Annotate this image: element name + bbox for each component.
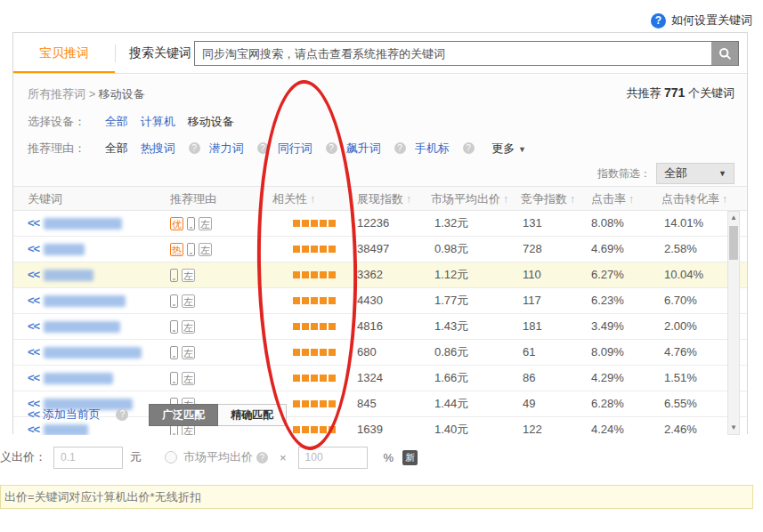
market-price-help-icon[interactable]: ? [256, 452, 268, 463]
dropdown-arrow-icon: ▼ [718, 169, 726, 178]
broad-match-button[interactable]: 广泛匹配 [149, 404, 218, 426]
table-row[interactable]: <<优左122361.32元1318.08%14.01% [13, 211, 747, 237]
index-filter-dropdown[interactable]: 全部 ▼ [656, 163, 735, 184]
breadcrumb: 所有推荐词 > 移动设备 [28, 85, 145, 103]
reason-option[interactable]: 全部 [105, 141, 128, 155]
add-keyword-icon[interactable]: << [28, 211, 39, 236]
relevance-bar-icon [320, 323, 327, 330]
competition-cell: 728 [523, 237, 542, 262]
breadcrumb-current: 移动设备 [99, 87, 145, 101]
sort-arrow-icon[interactable]: ↑ [629, 193, 634, 206]
redacted-keyword [44, 295, 126, 307]
reason-option[interactable]: 飙升词 [346, 141, 381, 155]
sort-arrow-icon[interactable]: ↑ [570, 193, 575, 206]
cvr-cell: 2.58% [664, 237, 697, 262]
add-keyword-icon[interactable]: << [28, 340, 39, 365]
left-position-badge: 左 [182, 294, 195, 308]
sort-arrow-icon[interactable]: ↑ [503, 193, 508, 206]
bid-unit-label: 元 [130, 449, 142, 465]
mobile-icon [170, 346, 178, 359]
column-header[interactable]: 展现指数↑ [357, 187, 411, 211]
reason-option-help-icon[interactable]: ? [189, 142, 200, 154]
redacted-keyword [44, 424, 88, 436]
add-keyword-icon[interactable]: << [28, 262, 39, 287]
add-current-page-link[interactable]: << 添加当前页 ? [28, 407, 128, 423]
search-button[interactable] [711, 42, 738, 65]
column-header[interactable]: 点击率↑ [591, 187, 634, 211]
reason-option-help-icon[interactable]: ? [326, 142, 337, 154]
competition-cell: 110 [523, 262, 541, 287]
reason-option[interactable]: 潜力词 [209, 141, 244, 155]
reason-filter-label: 推荐理由： [28, 141, 85, 155]
table-row[interactable]: <<热左384970.98元7284.69%2.58% [13, 237, 747, 262]
add-keyword-icon[interactable]: << [28, 366, 39, 391]
relevance-bar-icon [293, 297, 300, 304]
reason-option-help-icon[interactable]: ? [463, 142, 475, 154]
keyword-tool-page: ? 如何设置关键词 宝贝推词 搜索关键词 所有推荐词 > 移 [0, 0, 763, 532]
relevance-rating [293, 417, 336, 435]
relevance-bar-icon [302, 323, 309, 330]
left-position-badge: 左 [199, 217, 212, 230]
more-filters-toggle[interactable]: 更多 ▼ [491, 141, 526, 155]
index-filter: 指数筛选： 全部 ▼ [597, 163, 735, 184]
scroll-down-icon[interactable]: ▼ [728, 422, 739, 434]
column-header[interactable]: 相关性↑ [272, 187, 315, 211]
add-page-help-icon[interactable]: ? [116, 408, 128, 421]
ctr-cell: 8.08% [591, 211, 624, 236]
reason-cell: 左 [170, 366, 195, 391]
percent-sign: % [384, 451, 394, 464]
relevance-bar-icon [329, 375, 336, 382]
relevance-bar-icon [302, 220, 309, 227]
sort-arrow-icon[interactable]: ↑ [722, 193, 727, 206]
relevance-bar-icon [311, 297, 318, 304]
scrollbar-thumb[interactable] [729, 226, 738, 260]
add-keyword-icon[interactable]: << [28, 237, 39, 262]
tab-item-recommend[interactable]: 宝贝推词 [13, 33, 115, 73]
reason-option[interactable]: 手机标 [415, 141, 450, 155]
sort-arrow-icon[interactable]: ↑ [406, 193, 411, 206]
add-keyword-icon[interactable]: << [28, 314, 39, 339]
device-filter-row: 选择设备： 全部计算机移动设备 [28, 113, 247, 131]
keyword-cell: << [28, 314, 120, 339]
percent-input[interactable] [298, 447, 368, 469]
sort-arrow-icon[interactable]: ↑ [310, 193, 315, 206]
bid-amount-input[interactable] [53, 447, 123, 469]
scroll-up-icon[interactable]: ▲ [728, 212, 739, 224]
table-row[interactable]: <<左44301.77元1176.23%6.70% [13, 288, 747, 314]
exact-match-button[interactable]: 精确匹配 [218, 404, 287, 426]
table-row[interactable]: <<左48161.43元1813.49%2.00% [13, 314, 747, 340]
how-to-set-keywords-link[interactable]: ? 如何设置关键词 [651, 12, 752, 28]
column-header[interactable]: 竞争指数↑ [521, 187, 575, 211]
reason-cell: 左 [170, 314, 195, 339]
reason-option-help-icon[interactable]: ? [394, 142, 406, 154]
relevance-bar-icon [320, 220, 327, 227]
impressions-cell: 12236 [357, 211, 389, 236]
table-row[interactable]: <<左6800.86元618.09%4.76% [13, 340, 747, 366]
mobile-icon [170, 269, 178, 282]
table-row[interactable]: <<左33621.12元1106.27%10.04% [13, 262, 747, 288]
column-header[interactable]: 市场平均出价↑ [431, 187, 508, 211]
keyword-search-input[interactable] [195, 42, 711, 65]
market-price-radio[interactable] [165, 451, 177, 463]
index-filter-value: 全部 [664, 165, 687, 181]
device-option[interactable]: 移动设备 [188, 115, 234, 128]
relevance-bar-icon [320, 297, 327, 304]
reason-option[interactable]: 热搜词 [141, 141, 175, 155]
chevron-down-icon: ▼ [518, 145, 526, 154]
reason-option[interactable]: 同行词 [278, 141, 313, 155]
relevance-bar-icon [329, 271, 336, 278]
bid-formula-notice: 出价=关键词对应计算机出价*无线折扣 [0, 485, 753, 509]
add-keyword-icon[interactable]: << [28, 288, 39, 313]
left-position-badge: 左 [182, 320, 195, 334]
device-filter-label: 选择设备： [28, 115, 85, 128]
breadcrumb-root[interactable]: 所有推荐词 [28, 87, 85, 101]
relevance-bar-icon [329, 426, 336, 433]
tab-search-keywords[interactable]: 搜索关键词 [116, 33, 205, 73]
device-option[interactable]: 计算机 [141, 115, 175, 128]
device-option[interactable]: 全部 [105, 115, 128, 128]
table-scrollbar[interactable]: ▲ ▼ [727, 211, 740, 435]
reason-option-help-icon[interactable]: ? [257, 142, 269, 154]
custom-bid-label: 义出价： [0, 449, 46, 465]
column-header[interactable]: 点击转化率↑ [662, 187, 727, 211]
table-row[interactable]: <<左13241.66元864.29%1.51% [13, 366, 747, 391]
